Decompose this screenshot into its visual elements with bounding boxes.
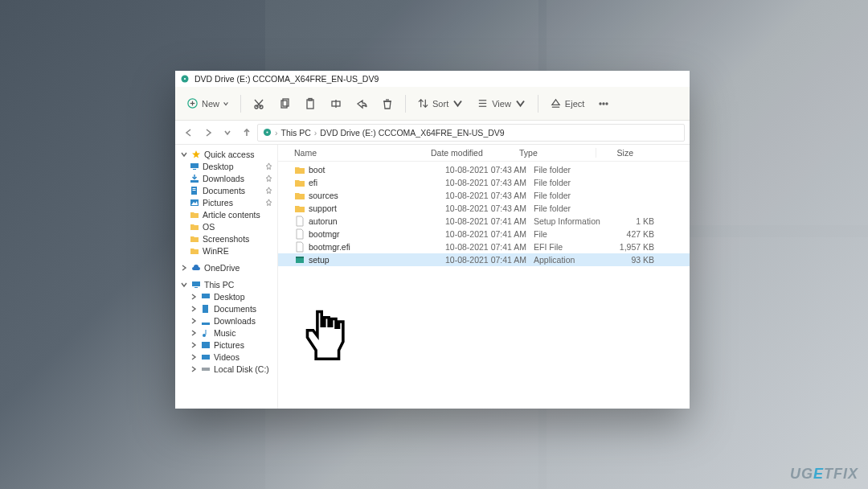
file-name: support — [309, 203, 445, 213]
col-name[interactable]: Name — [294, 148, 431, 158]
file-row[interactable]: efi10-08-2021 07:43 AMFile folder — [278, 176, 690, 189]
forward-button[interactable] — [199, 124, 217, 142]
tree-label: WinRE — [203, 246, 229, 256]
file-row[interactable]: bootmgr10-08-2021 07:41 AMFile427 KB — [278, 228, 690, 240]
file-row[interactable]: bootmgr.efi10-08-2021 07:41 AMEFI File1,… — [278, 240, 690, 253]
folder-icon — [294, 203, 305, 214]
toolbar-separator — [240, 95, 241, 113]
sort-button[interactable]: Sort — [412, 94, 469, 113]
file-row[interactable]: boot10-08-2021 07:43 AMFile folder — [278, 163, 690, 176]
file-name: bootmgr — [309, 229, 445, 239]
star-icon — [191, 150, 201, 159]
tree-quick-access[interactable]: Quick access — [175, 148, 277, 160]
breadcrumb-current[interactable]: DVD Drive (E:) CCCOMA_X64FRE_EN-US_DV9 — [320, 128, 504, 138]
breadcrumb-root[interactable]: This PC — [281, 128, 311, 138]
svg-rect-36 — [193, 190, 196, 191]
up-button[interactable] — [238, 124, 256, 142]
rename-button[interactable] — [325, 94, 347, 113]
pin-icon — [265, 175, 272, 182]
tree-screenshots[interactable]: Screenshots — [175, 232, 277, 244]
tree-label: Downloads — [214, 316, 256, 326]
more-button[interactable] — [592, 94, 615, 113]
tree-os[interactable]: OS — [175, 220, 277, 232]
file-size: 427 KB — [610, 229, 654, 239]
file-date: 10-08-2021 07:43 AM — [445, 178, 534, 187]
tree-pc-localdisk[interactable]: Local Disk (C:) — [175, 363, 277, 375]
breadcrumb[interactable]: › This PC › DVD Drive (E:) CCCOMA_X64FRE… — [257, 124, 685, 142]
tree-label: Local Disk (C:) — [214, 364, 269, 374]
file-size: 1,957 KB — [610, 242, 654, 252]
address-bar: › This PC › DVD Drive (E:) CCCOMA_X64FRE… — [175, 121, 690, 145]
tree-this-pc[interactable]: This PC — [175, 278, 277, 290]
titlebar[interactable]: DVD Drive (E:) CCCOMA_X64FRE_EN-US_DV9 — [175, 71, 690, 87]
cut-button[interactable] — [248, 94, 270, 113]
copy-button[interactable] — [273, 94, 296, 113]
wm-hl: E — [813, 466, 824, 482]
chevron-right-icon: › — [314, 128, 317, 138]
tree-desktop[interactable]: Desktop — [175, 160, 277, 172]
back-button[interactable] — [180, 124, 198, 142]
tree-pc-desktop[interactable]: Desktop — [175, 290, 277, 302]
new-button[interactable]: New — [182, 94, 234, 113]
chevron-right-icon — [190, 365, 198, 373]
view-label: View — [492, 99, 511, 109]
file-name: autorun — [309, 216, 445, 226]
view-button[interactable]: View — [472, 94, 531, 113]
share-button[interactable] — [350, 94, 373, 113]
application-icon — [294, 254, 305, 265]
file-icon — [294, 241, 305, 253]
file-size: 1 KB — [610, 216, 654, 226]
pictures-icon — [190, 198, 199, 208]
file-row[interactable]: setup10-08-2021 07:41 AMApplication93 KB — [278, 253, 690, 266]
svg-rect-10 — [283, 99, 289, 106]
tree-pictures[interactable]: Pictures — [175, 196, 277, 208]
column-headers[interactable]: Name Date modified Type Size — [278, 145, 690, 162]
delete-button[interactable] — [376, 94, 399, 113]
music-icon — [201, 328, 211, 338]
file-list-pane: Name Date modified Type Size boot10-08-2… — [278, 145, 690, 409]
file-icon — [294, 228, 305, 240]
col-size[interactable]: Size — [596, 148, 640, 158]
tree-pc-music[interactable]: Music — [175, 327, 277, 339]
wm-p2: TFIX — [824, 466, 858, 482]
file-date: 10-08-2021 07:41 AM — [445, 255, 534, 265]
file-type: File folder — [534, 191, 610, 200]
tree-pc-downloads[interactable]: Downloads — [175, 314, 277, 327]
tree-onedrive[interactable]: OneDrive — [175, 261, 277, 273]
file-type: File folder — [534, 203, 610, 213]
file-name: sources — [309, 191, 445, 200]
eject-label: Eject — [565, 99, 584, 109]
tree-winre[interactable]: WinRE — [175, 244, 277, 257]
chevron-right-icon: › — [275, 128, 278, 138]
paste-button[interactable] — [299, 94, 321, 113]
tree-pc-videos[interactable]: Videos — [175, 351, 277, 363]
file-row[interactable]: support10-08-2021 07:43 AMFile folder — [278, 202, 690, 215]
svg-rect-47 — [202, 355, 210, 360]
videos-icon — [201, 352, 211, 362]
tree-pc-documents[interactable]: Documents — [175, 302, 277, 314]
file-name: efi — [309, 178, 445, 187]
chevron-right-icon — [190, 341, 198, 349]
svg-point-29 — [266, 131, 268, 133]
pin-icon — [265, 187, 272, 194]
tree-article-contents[interactable]: Article contents — [175, 208, 277, 220]
file-date: 10-08-2021 07:41 AM — [445, 229, 534, 239]
file-row[interactable]: autorun10-08-2021 07:41 AMSetup Informat… — [278, 215, 690, 228]
col-date[interactable]: Date modified — [431, 148, 519, 158]
svg-rect-32 — [193, 169, 196, 170]
monitor-icon — [191, 280, 201, 290]
chevron-right-icon — [190, 317, 198, 325]
recent-dropdown[interactable] — [219, 124, 236, 142]
svg-rect-11 — [307, 100, 313, 109]
documents-icon — [190, 186, 199, 195]
svg-rect-33 — [190, 180, 199, 183]
eject-button[interactable]: Eject — [545, 94, 589, 113]
file-date: 10-08-2021 07:43 AM — [445, 203, 534, 213]
col-type[interactable]: Type — [519, 148, 596, 158]
tree-pc-pictures[interactable]: Pictures — [175, 339, 277, 351]
svg-rect-40 — [194, 287, 198, 288]
chevron-right-icon — [190, 353, 198, 361]
tree-documents[interactable]: Documents — [175, 184, 277, 196]
tree-downloads[interactable]: Downloads — [175, 172, 277, 184]
file-row[interactable]: sources10-08-2021 07:43 AMFile folder — [278, 189, 690, 202]
